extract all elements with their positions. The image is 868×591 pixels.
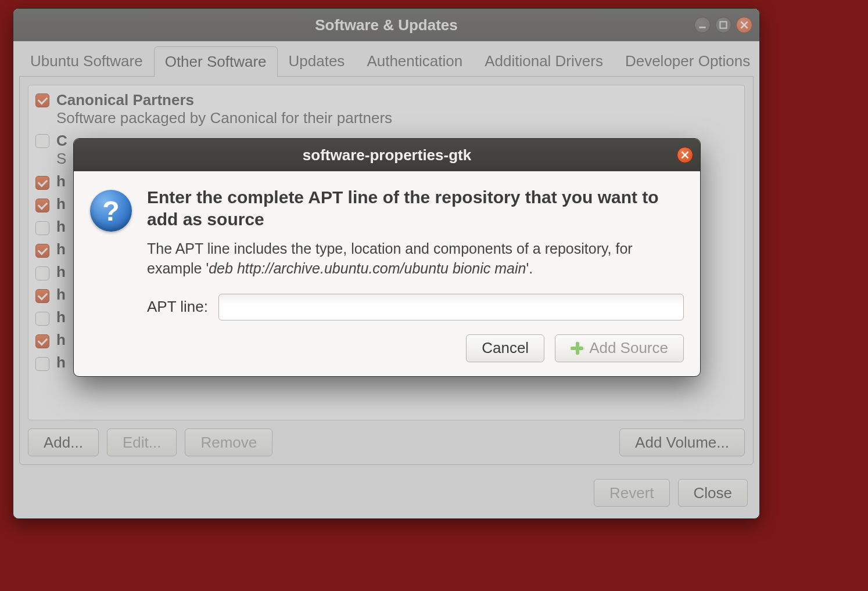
close-button[interactable]: Close bbox=[678, 479, 748, 507]
source-line: h bbox=[56, 172, 66, 190]
apt-line-label: APT line: bbox=[147, 298, 208, 316]
minimize-button[interactable] bbox=[694, 17, 711, 33]
source-checkbox[interactable] bbox=[35, 134, 49, 148]
source-checkbox[interactable] bbox=[35, 334, 49, 348]
maximize-button[interactable] bbox=[715, 17, 731, 33]
source-title: C bbox=[56, 132, 67, 150]
source-line: h bbox=[56, 240, 66, 258]
apt-line-input[interactable] bbox=[218, 294, 684, 320]
dialog-titlebar: software-properties-gtk bbox=[74, 139, 700, 171]
source-text: C S bbox=[56, 132, 67, 168]
question-glyph: ? bbox=[102, 195, 119, 227]
tab-bar: Ubuntu Software Other Software Updates A… bbox=[13, 41, 759, 76]
dialog-title: software-properties-gtk bbox=[303, 146, 471, 164]
source-title: Canonical Partners bbox=[56, 91, 392, 109]
tab-additional-drivers[interactable]: Additional Drivers bbox=[474, 46, 614, 76]
source-line: h bbox=[56, 286, 66, 304]
source-line: h bbox=[56, 195, 66, 213]
add-volume-button[interactable]: Add Volume... bbox=[619, 428, 745, 456]
plus-icon bbox=[571, 342, 583, 355]
add-source-label: Add Source bbox=[589, 339, 668, 357]
dialog-actions: Cancel Add Source bbox=[74, 326, 700, 376]
source-checkbox[interactable] bbox=[35, 312, 49, 326]
source-checkbox[interactable] bbox=[35, 199, 49, 212]
window-controls bbox=[694, 17, 752, 33]
question-icon: ? bbox=[90, 190, 132, 232]
tab-developer-options[interactable]: Developer Options bbox=[614, 46, 760, 76]
tab-other-software[interactable]: Other Software bbox=[154, 46, 278, 77]
dialog-body: ? Enter the complete APT line of the rep… bbox=[74, 171, 700, 326]
close-window-button[interactable] bbox=[736, 17, 752, 33]
source-subtitle: Software packaged by Canonical for their… bbox=[56, 109, 392, 127]
add-button[interactable]: Add... bbox=[28, 428, 99, 456]
window-footer: Revert Close bbox=[13, 471, 759, 517]
remove-button[interactable]: Remove bbox=[185, 428, 272, 456]
source-checkbox[interactable] bbox=[35, 244, 49, 258]
dialog-description: The APT line includes the type, location… bbox=[147, 239, 684, 279]
apt-line-row: APT line: bbox=[147, 294, 684, 320]
source-line: h bbox=[56, 218, 66, 236]
source-checkbox[interactable] bbox=[35, 93, 49, 107]
cancel-button[interactable]: Cancel bbox=[466, 334, 544, 362]
svg-rect-0 bbox=[699, 27, 705, 28]
description-example: deb http://archive.ubuntu.com/ubuntu bio… bbox=[209, 260, 526, 276]
tab-ubuntu-software[interactable]: Ubuntu Software bbox=[19, 46, 154, 76]
source-line: h bbox=[56, 354, 66, 372]
source-checkbox[interactable] bbox=[35, 176, 49, 190]
source-row[interactable]: Canonical Partners Software packaged by … bbox=[32, 89, 741, 129]
edit-button[interactable]: Edit... bbox=[107, 428, 177, 456]
source-checkbox[interactable] bbox=[35, 289, 49, 303]
titlebar: Software & Updates bbox=[13, 9, 759, 41]
revert-button[interactable]: Revert bbox=[594, 479, 670, 507]
source-text: Canonical Partners Software packaged by … bbox=[56, 91, 392, 127]
dialog-heading: Enter the complete APT line of the repos… bbox=[147, 186, 684, 230]
dialog-close-button[interactable] bbox=[677, 147, 693, 163]
source-checkbox[interactable] bbox=[35, 221, 49, 235]
add-source-button[interactable]: Add Source bbox=[555, 334, 684, 362]
source-checkbox[interactable] bbox=[35, 266, 49, 280]
source-line: h bbox=[56, 331, 66, 349]
source-checkbox[interactable] bbox=[35, 357, 49, 371]
description-post: '. bbox=[526, 260, 533, 276]
source-line: h bbox=[56, 308, 66, 326]
source-actions-row: Add... Edit... Remove Add Volume... bbox=[28, 420, 745, 456]
apt-line-dialog: software-properties-gtk ? Enter the comp… bbox=[73, 138, 701, 377]
svg-rect-1 bbox=[720, 21, 726, 28]
tab-authentication[interactable]: Authentication bbox=[356, 46, 474, 76]
dialog-window-controls bbox=[677, 147, 693, 163]
source-line: h bbox=[56, 263, 66, 281]
window-title: Software & Updates bbox=[315, 16, 458, 34]
dialog-content: Enter the complete APT line of the repos… bbox=[147, 186, 684, 320]
tab-updates[interactable]: Updates bbox=[278, 46, 356, 76]
source-subtitle: S bbox=[56, 150, 67, 168]
